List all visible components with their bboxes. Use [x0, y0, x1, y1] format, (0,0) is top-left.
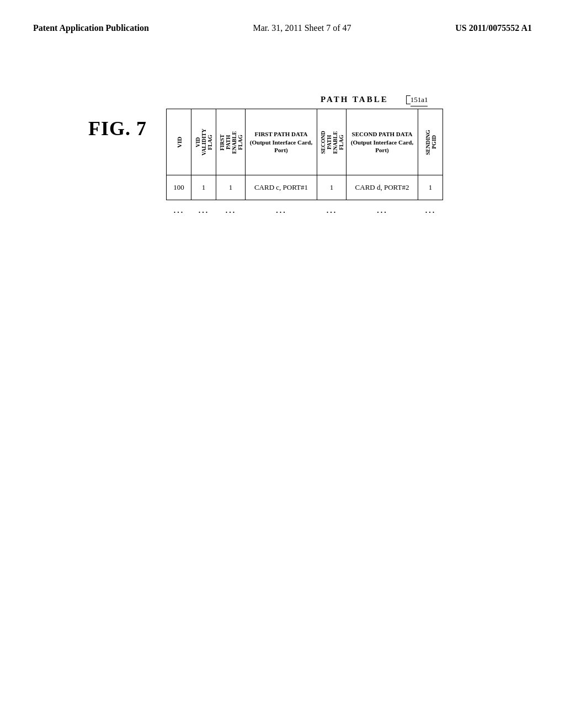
header-publication: Patent Application Publication — [33, 22, 149, 34]
col-header-second-flag: SECOND PATH ENABLE FLAG — [317, 109, 347, 175]
cell-sending-pgid-1: 1 — [418, 175, 443, 200]
cell-second-flag-dots: ··· — [317, 200, 347, 225]
cell-first-data-1: CARD c, PORT#1 — [246, 175, 317, 200]
cell-vid-validity-1: 1 — [191, 175, 216, 200]
cell-first-data-dots: ··· — [246, 200, 317, 225]
page-header: Patent Application Publication Mar. 31, … — [0, 0, 565, 45]
col-header-second-data: SECOND PATH DATA(Output Interface Card, … — [347, 109, 418, 175]
col-header-vid: VID — [167, 109, 191, 175]
cell-second-flag-1: 1 — [317, 175, 347, 200]
figure-label: FIG. 7 — [88, 117, 147, 140]
path-table: VID VID VALIDITY FLAG FIRST PATH ENABLE … — [166, 109, 443, 225]
cell-first-flag-1: 1 — [216, 175, 246, 200]
table-ref: 151a1 — [411, 95, 428, 104]
header-patent-number: US 2011/0075552 A1 — [455, 22, 532, 34]
cell-vid-dots: ··· — [167, 200, 191, 225]
table-row-dots: ··· ··· ··· ··· ··· ··· ··· — [167, 200, 443, 225]
cell-second-data-1: CARD d, PORT#2 — [347, 175, 418, 200]
col-header-vid-validity: VID VALIDITY FLAG — [191, 109, 216, 175]
cell-first-flag-dots: ··· — [216, 200, 246, 225]
col-header-first-flag: FIRST PATH ENABLE FLAG — [216, 109, 246, 175]
cell-sending-pgid-dots: ··· — [418, 200, 443, 225]
col-header-first-data: FIRST PATH DATA(Output Interface Card, P… — [246, 109, 317, 175]
table-row: 100 1 1 CARD c, PORT#1 1 CARD d, PORT#2 … — [167, 175, 443, 200]
cell-second-data-dots: ··· — [347, 200, 418, 225]
col-header-sending-pgid: SENDING PGID — [418, 109, 443, 175]
table-title: PATH TABLE — [321, 95, 388, 104]
main-content: FIG. 7 PATH TABLE 151a1 VID VID VALIDITY… — [0, 45, 565, 225]
header-date-sheet: Mar. 31, 2011 Sheet 7 of 47 — [253, 22, 351, 34]
cell-vid-1: 100 — [167, 175, 191, 200]
cell-vid-validity-dots: ··· — [191, 200, 216, 225]
